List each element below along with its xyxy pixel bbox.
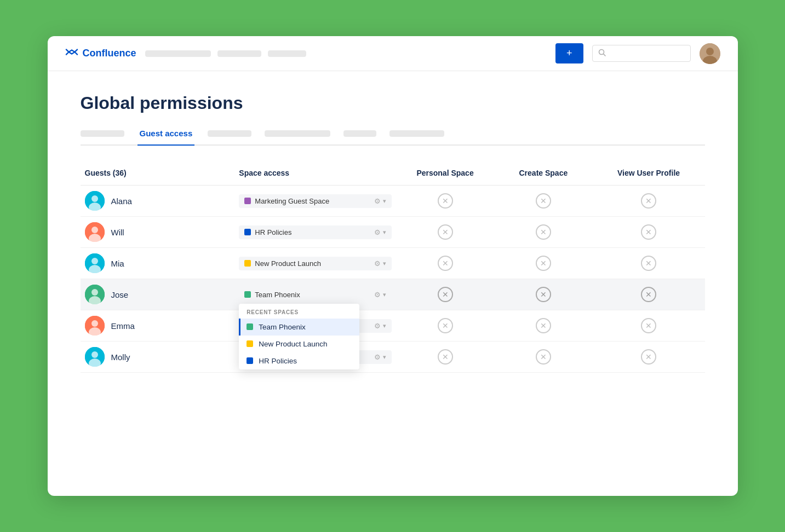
space-badge-mia[interactable]: New Product Launch ⚙ ▾: [239, 257, 392, 270]
permission-x-jose-1[interactable]: ✕: [438, 287, 453, 302]
avatar-molly: [85, 347, 105, 367]
permission-x-will-2[interactable]: ✕: [536, 224, 551, 240]
dropdown-dot-team-phoenix: [247, 323, 253, 330]
dropdown-item-label-hr-policies: HR Policies: [259, 357, 297, 365]
col-header-view-user-profile: View User Profile: [593, 163, 705, 186]
user-avatar[interactable]: [700, 43, 720, 64]
avatar-emma: [85, 316, 105, 336]
perm-personal-emma: ✕: [396, 310, 494, 342]
permission-x-molly-3[interactable]: ✕: [641, 349, 656, 365]
gear-icon-emma: ⚙: [374, 322, 381, 330]
svg-point-9: [91, 227, 98, 233]
search-icon: [598, 49, 606, 58]
svg-point-12: [91, 258, 98, 264]
col-header-personal-space: Personal Space: [396, 163, 494, 186]
nav-pill-2: [217, 50, 261, 57]
table-row: Emma Team Phoenix ⚙ ▾: [81, 310, 705, 342]
space-name-will: HR Policies: [255, 228, 291, 236]
nav-pill-1: [145, 50, 211, 57]
permission-x-alana-3[interactable]: ✕: [641, 193, 656, 209]
space-name-mia: New Product Launch: [255, 259, 321, 268]
tab-guest-access[interactable]: Guest access: [137, 129, 195, 146]
user-name-jose: Jose: [111, 290, 129, 299]
permission-x-molly-2[interactable]: ✕: [536, 349, 551, 365]
table-row: Mia New Product Launch ⚙ ▾: [81, 248, 705, 279]
user-cell-alana: Alana: [81, 186, 235, 217]
space-badge-will[interactable]: HR Policies ⚙ ▾: [239, 225, 392, 239]
gear-icon-alana: ⚙: [374, 197, 381, 205]
confluence-logo: Confluence: [65, 45, 136, 62]
space-cell-will: HR Policies ⚙ ▾: [234, 217, 396, 248]
chevron-down-icon-molly: ▾: [383, 354, 386, 361]
permission-x-mia-3[interactable]: ✕: [641, 256, 656, 271]
permission-x-emma-3[interactable]: ✕: [641, 318, 656, 333]
tab-placeholder-2: [208, 130, 251, 137]
search-input[interactable]: [609, 49, 685, 57]
perm-create-emma: ✕: [494, 310, 592, 342]
dropdown-item-new-product-launch[interactable]: New Product Launch: [239, 336, 359, 352]
table-row-jose: Jose Team Phoenix ⚙: [81, 279, 705, 310]
user-name-molly: Molly: [111, 352, 130, 362]
gear-icon-molly: ⚙: [374, 353, 381, 361]
permission-x-emma-2[interactable]: ✕: [536, 318, 551, 333]
perm-create-jose: ✕: [494, 279, 592, 310]
main-content: Global permissions Guest access Guests (…: [48, 71, 738, 395]
space-badge-jose[interactable]: Team Phoenix ⚙ ▾: [239, 288, 392, 302]
dropdown-dot-hr-policies: [247, 357, 253, 364]
dropdown-item-label-team-phoenix: Team Phoenix: [259, 323, 306, 331]
table-row: Alana Marketing Guest Space ⚙ ▾: [81, 186, 705, 217]
space-cell-mia: New Product Launch ⚙ ▾: [234, 248, 396, 279]
permission-x-emma-1[interactable]: ✕: [438, 318, 453, 333]
perm-view-alana: ✕: [593, 186, 705, 217]
dropdown-section-label: RECENT SPACES: [239, 304, 359, 319]
space-dot-mia: [244, 260, 251, 267]
svg-line-1: [603, 54, 605, 56]
permission-x-jose-3[interactable]: ✕: [641, 287, 656, 302]
dropdown-container-jose: Team Phoenix ⚙ ▾ RECENT SPACES: [239, 288, 392, 302]
permission-x-mia-1[interactable]: ✕: [438, 256, 453, 271]
perm-view-will: ✕: [593, 217, 705, 248]
col-header-create-space: Create Space: [494, 163, 592, 186]
col-header-guests: Guests (36): [81, 163, 235, 186]
space-badge-alana[interactable]: Marketing Guest Space ⚙ ▾: [239, 194, 392, 208]
svg-point-21: [91, 351, 98, 358]
space-dot-alana: [244, 198, 251, 204]
top-nav: Confluence +: [48, 36, 738, 71]
svg-point-6: [91, 195, 98, 202]
permission-x-will-1[interactable]: ✕: [438, 224, 453, 240]
permission-x-alana-2[interactable]: ✕: [536, 193, 551, 209]
permission-x-mia-2[interactable]: ✕: [536, 256, 551, 271]
table-row: Will HR Policies ⚙ ▾: [81, 217, 705, 248]
permission-x-molly-1[interactable]: ✕: [438, 349, 453, 365]
search-box: [592, 45, 691, 62]
avatar-jose: [85, 285, 105, 304]
perm-create-alana: ✕: [494, 186, 592, 217]
browser-window: Confluence + Global perm: [48, 36, 738, 496]
svg-point-18: [91, 320, 98, 327]
perm-create-will: ✕: [494, 217, 592, 248]
dropdown-item-hr-policies[interactable]: HR Policies: [239, 352, 359, 369]
tabs-bar: Guest access: [81, 129, 705, 146]
space-dot-will: [244, 229, 251, 235]
gear-icon-mia: ⚙: [374, 259, 381, 268]
nav-pill-3: [268, 50, 306, 57]
permission-x-jose-2[interactable]: ✕: [536, 287, 551, 302]
chevron-down-icon-alana: ▾: [383, 198, 386, 205]
user-cell-will: Will: [81, 217, 235, 248]
user-name-will: Will: [111, 228, 124, 237]
perm-view-emma: ✕: [593, 310, 705, 342]
space-name-alana: Marketing Guest Space: [255, 197, 329, 205]
tab-placeholder-4: [343, 130, 376, 137]
permission-x-alana-1[interactable]: ✕: [438, 193, 453, 209]
user-cell-jose: Jose: [81, 279, 235, 310]
perm-view-molly: ✕: [593, 342, 705, 373]
permission-x-will-3[interactable]: ✕: [641, 224, 656, 240]
avatar-will: [85, 222, 105, 242]
tab-placeholder-1: [81, 130, 124, 137]
dropdown-item-team-phoenix[interactable]: Team Phoenix: [239, 319, 359, 336]
gear-icon-will: ⚙: [374, 228, 381, 236]
perm-personal-jose: ✕: [396, 279, 494, 310]
perm-view-mia: ✕: [593, 248, 705, 279]
chevron-down-icon-emma: ▾: [383, 322, 386, 329]
create-button[interactable]: +: [555, 43, 583, 63]
